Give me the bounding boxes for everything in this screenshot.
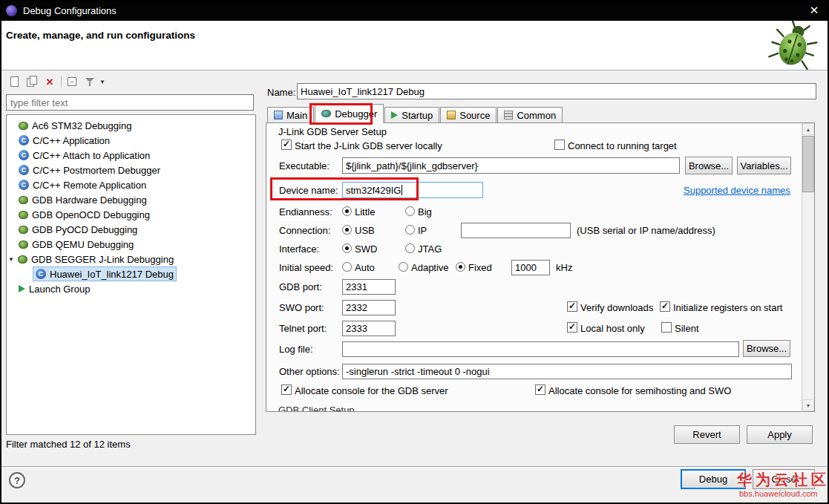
header-title: Create, manage, and run configurations <box>6 30 195 41</box>
sidebar-item-cpp-postmortem[interactable]: C C/C++ Postmortem Debugger <box>19 163 160 177</box>
browse-log-button[interactable]: Browse... <box>743 340 790 357</box>
log-file-input[interactable] <box>342 341 739 357</box>
sidebar-item-cpp-attach[interactable]: C C/C++ Attach to Application <box>19 148 150 162</box>
filter-icon <box>85 78 94 86</box>
close-icon[interactable]: ✕ <box>805 4 823 17</box>
allocate-console-gdb-checkbox[interactable]: ✓ <box>281 384 292 395</box>
start-server-locally-checkbox[interactable]: ✓ <box>281 140 292 150</box>
bug-icon <box>19 122 28 130</box>
tree-item-label: C/C++ Attach to Application <box>33 150 150 161</box>
collapse-all-button[interactable]: − <box>64 73 80 90</box>
gdb-port-label: GDB port: <box>279 281 322 292</box>
name-input[interactable] <box>297 83 816 99</box>
executable-input[interactable] <box>342 157 680 174</box>
delete-button[interactable]: ✕ <box>42 73 58 90</box>
tab-source[interactable]: Source <box>440 107 497 123</box>
revert-button[interactable]: Revert <box>674 425 740 444</box>
window-title: Debug Configurations <box>23 5 117 16</box>
interface-swd-radio[interactable] <box>342 243 352 253</box>
tree-expanded-icon[interactable]: ▼ <box>8 256 14 263</box>
browse-executable-button[interactable]: Browse... <box>685 157 733 174</box>
debug-button[interactable]: Debug <box>681 469 746 489</box>
close-button[interactable]: Close <box>753 469 815 489</box>
swo-port-input[interactable] <box>342 300 396 315</box>
vertical-scrollbar[interactable]: ▲ ▼ <box>802 123 814 411</box>
endian-little-radio[interactable] <box>342 206 352 216</box>
debugger-tab-content: J-Link GDB Server Setup ✓ Start the J-Li… <box>266 122 815 412</box>
speed-value-input[interactable] <box>511 260 550 275</box>
endianness-label: Endianness: <box>279 206 332 217</box>
sidebar-item-gdb-qemu[interactable]: GDB QEMU Debugging <box>19 238 134 251</box>
sidebar-item-gdb-pyocd[interactable]: GDB PyOCD Debugging <box>19 223 137 236</box>
interface-jtag-radio[interactable] <box>405 243 415 253</box>
endian-big-radio[interactable] <box>405 206 415 216</box>
other-options-input[interactable] <box>342 364 792 379</box>
variables-button[interactable]: Variables... <box>737 157 791 174</box>
tree-item-label: GDB Hardware Debugging <box>32 194 147 206</box>
initialize-registers-checkbox[interactable]: ✓ <box>660 301 670 312</box>
c-application-icon: C <box>19 165 29 175</box>
tree-item-label: C/C++ Remote Application <box>33 180 146 191</box>
tree-item-label: GDB PyOCD Debugging <box>32 224 137 235</box>
supported-device-names-link[interactable]: Supported device names <box>684 185 790 196</box>
sidebar-item-cpp-application[interactable]: C C/C++ Application <box>19 134 110 147</box>
apply-button[interactable]: Apply <box>747 425 813 444</box>
speed-fixed-radio[interactable] <box>456 262 465 272</box>
start-server-locally-label: Start the J-Link GDB server locally <box>295 140 442 151</box>
sidebar-item-gdb-hardware[interactable]: GDB Hardware Debugging <box>19 193 147 206</box>
speed-unit-label: kHz <box>556 262 572 273</box>
toolbar-dropdown-button[interactable]: ▼ <box>97 73 108 90</box>
launch-group-icon <box>19 285 25 292</box>
header-divider <box>0 70 829 71</box>
scroll-down-icon[interactable]: ▼ <box>802 399 814 411</box>
silent-checkbox[interactable] <box>661 322 672 333</box>
sidebar-item-cpp-remote[interactable]: C C/C++ Remote Application <box>19 178 146 192</box>
connection-usb-radio[interactable] <box>342 225 352 235</box>
common-tab-icon <box>504 111 513 120</box>
gdb-port-input[interactable] <box>342 279 396 295</box>
tree-item-label: GDB OpenOCD Debugging <box>32 209 150 220</box>
connection-usb-label: USB <box>355 225 375 236</box>
dialog-header: Create, manage, and run configurations <box>0 21 829 70</box>
filter-status: Filter matched 12 of 12 items <box>6 439 131 450</box>
endian-big-label: Big <box>418 206 432 217</box>
speed-auto-radio[interactable] <box>342 262 352 272</box>
sidebar-item-launch-group[interactable]: Launch Group <box>19 282 90 295</box>
device-name-label: Device name: <box>279 185 338 196</box>
filter-button[interactable] <box>82 73 98 90</box>
other-options-label: Other options: <box>279 366 340 377</box>
tab-debugger[interactable]: Debugger <box>315 104 384 123</box>
connection-address-input[interactable] <box>461 223 571 238</box>
main-tab-icon <box>274 111 283 120</box>
tree-item-label: C/C++ Application <box>33 135 110 146</box>
sidebar-item-gdb-segger-jlink[interactable]: ▼ GDB SEGGER J-Link Debugging <box>8 252 174 266</box>
scroll-up-icon[interactable]: ▲ <box>802 123 814 135</box>
new-configuration-button[interactable] <box>6 73 22 90</box>
telnet-port-input[interactable] <box>342 321 396 336</box>
connection-ip-radio[interactable] <box>405 225 415 235</box>
sidebar-item-huawei-iot-link1217-debug[interactable]: C Huawei_IoT_link1217 Debug <box>33 267 176 281</box>
sidebar-item-ac6-stm32-debugging[interactable]: Ac6 STM32 Debugging <box>19 119 131 132</box>
endian-little-label: Little <box>355 206 375 217</box>
tab-startup[interactable]: Startup <box>384 107 439 123</box>
speed-adaptive-radio[interactable] <box>399 262 408 272</box>
filter-input[interactable] <box>6 94 254 111</box>
connect-running-target-checkbox[interactable] <box>554 140 565 150</box>
delete-icon: ✕ <box>46 76 54 88</box>
speed-adaptive-label: Adaptive <box>411 262 449 273</box>
allocate-console-semihosting-checkbox[interactable]: ✓ <box>535 384 545 395</box>
tab-main[interactable]: Main <box>267 107 314 123</box>
tree-item-label: GDB QEMU Debugging <box>32 239 134 250</box>
scrollbar-thumb[interactable] <box>802 136 814 192</box>
duplicate-button[interactable] <box>24 73 40 90</box>
verify-downloads-checkbox[interactable]: ✓ <box>567 301 577 312</box>
silent-label: Silent <box>675 323 699 334</box>
device-name-input[interactable]: stm32f429IG <box>342 182 483 198</box>
local-host-only-checkbox[interactable]: ✓ <box>567 322 577 333</box>
tab-common[interactable]: Common <box>497 107 563 123</box>
help-button[interactable]: ? <box>9 472 25 488</box>
sidebar-item-gdb-openocd[interactable]: GDB OpenOCD Debugging <box>19 208 150 221</box>
tree-item-label: GDB SEGGER J-Link Debugging <box>31 254 174 265</box>
bug-icon <box>19 196 28 204</box>
local-host-only-label: Local host only <box>580 323 645 334</box>
